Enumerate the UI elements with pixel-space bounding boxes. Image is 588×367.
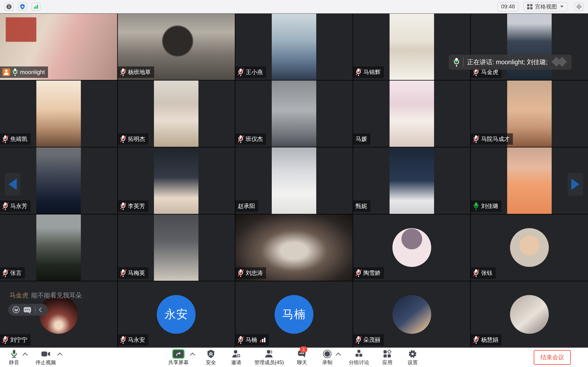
video-tile[interactable]: 马锦辉 — [353, 14, 470, 80]
settings-button[interactable]: 设置 — [406, 349, 420, 366]
camera-icon — [41, 349, 51, 359]
participant-name: 马锦辉 — [363, 68, 380, 76]
view-mode-dropdown[interactable]: 宫格视图 — [523, 2, 567, 11]
mic-icon — [2, 135, 8, 143]
video-tile[interactable]: 杨班地草 — [118, 14, 235, 80]
video-tile[interactable]: 班仪杰 — [235, 81, 353, 147]
breakout-rooms-button[interactable]: 分组讨论 — [349, 349, 369, 366]
settings-label: 设置 — [407, 359, 418, 366]
view-mode-label: 宫格视图 — [535, 3, 557, 10]
video-tile[interactable]: 马金虎 — [471, 14, 588, 80]
video-tile[interactable]: 朵茂丽 — [353, 281, 470, 348]
participant-video — [507, 81, 552, 147]
next-page-button[interactable] — [568, 173, 583, 196]
mic-icon — [9, 349, 19, 359]
chat-button[interactable]: 1 聊天 — [295, 349, 309, 366]
stop-video-button[interactable]: 停止视频 — [35, 349, 56, 366]
video-tile[interactable]: 永安 马永安 — [118, 281, 235, 348]
chat-sender: 马金虎 — [9, 292, 28, 299]
video-tile[interactable]: 张言 — [0, 215, 117, 281]
speaking-toast-text: 正在讲话: moonlight; 刘佳璐; — [467, 58, 548, 67]
mic-icon — [12, 68, 18, 76]
participant-video — [154, 81, 199, 147]
video-tile[interactable]: moonlight — [0, 14, 117, 80]
exit-fullscreen-button[interactable] — [575, 3, 584, 11]
network-quality-button[interactable] — [31, 3, 40, 11]
video-tile[interactable]: 杨慧娟 — [471, 281, 588, 348]
mic-icon — [473, 135, 479, 143]
mic-icon — [120, 336, 126, 344]
meeting-info-button[interactable] — [4, 3, 13, 11]
video-tile[interactable]: 赵承阳 — [235, 147, 353, 214]
video-tile[interactable]: 拓明杰 — [118, 81, 235, 147]
chevron-up-icon[interactable] — [22, 352, 27, 358]
speaking-toast: 正在讲话: moonlight; 刘佳璐; — [449, 55, 572, 70]
video-tile[interactable]: 李英芳 — [118, 147, 235, 214]
bottom-toolbar: 静音 停止视频 — [0, 348, 588, 367]
manage-members-button[interactable]: 管理成员(45) — [254, 349, 284, 366]
signal-icon — [260, 338, 265, 342]
meeting-time: 09:48 — [497, 2, 519, 11]
mic-icon — [2, 269, 8, 277]
participant-name: 李英芳 — [128, 202, 145, 210]
divider — [463, 58, 463, 67]
participant-name: 赵承阳 — [238, 202, 255, 210]
chevron-up-icon[interactable] — [57, 352, 62, 358]
gear-icon — [408, 349, 417, 359]
chat-bubble-button[interactable] — [24, 307, 31, 312]
video-tile[interactable]: 刘忠涛 — [235, 215, 353, 281]
share-screen-button[interactable]: 共享屏幕 — [168, 349, 189, 366]
video-tile[interactable]: 马院马成才 — [471, 81, 588, 147]
chevron-up-icon[interactable] — [336, 352, 341, 358]
record-label: 录制 — [322, 359, 332, 366]
video-tile[interactable]: 马媛 — [353, 81, 470, 147]
participant-name: 马院马成才 — [481, 135, 510, 143]
mic-icon — [356, 269, 361, 277]
participant-video — [389, 14, 434, 80]
participant-name: 甄妮 — [356, 202, 367, 210]
record-button[interactable]: 录制 — [320, 349, 334, 366]
invite-button[interactable]: 邀请 — [229, 349, 243, 366]
chat-label: 聊天 — [297, 359, 307, 366]
security-shield-icon — [207, 349, 215, 359]
participant-video — [36, 81, 81, 147]
participant-name: 刘佳璐 — [481, 202, 498, 210]
video-tile[interactable]: 王小燕 — [235, 14, 353, 80]
participant-name: 焦靖凯 — [10, 135, 27, 143]
participant-name: 马永芳 — [10, 202, 27, 210]
chevron-up-icon[interactable] — [190, 352, 195, 358]
emoji-reaction-button[interactable] — [13, 306, 20, 313]
end-meeting-button[interactable]: 结束会议 — [534, 350, 571, 365]
record-icon — [323, 349, 332, 359]
encryption-shield-button[interactable] — [18, 3, 27, 11]
top-bar: 09:48 宫格视图 — [0, 0, 588, 13]
breakout-label: 分组讨论 — [349, 359, 369, 366]
manage-members-label: 管理成员(45) — [254, 359, 284, 366]
chat-text: 能不能看见我耳朵 — [31, 292, 82, 299]
participant-video — [36, 147, 81, 214]
apps-button[interactable]: 应用 — [380, 349, 394, 366]
video-tile[interactable]: 焦靖凯 — [0, 81, 117, 147]
previous-page-button[interactable] — [5, 173, 20, 196]
security-button[interactable]: 安全 — [204, 349, 218, 366]
mic-icon — [238, 336, 243, 344]
breakout-icon — [354, 349, 364, 359]
mic-icon — [473, 336, 479, 344]
members-icon — [264, 349, 274, 359]
participant-video — [154, 215, 199, 281]
video-tile[interactable]: 陶雪娇 — [353, 215, 470, 281]
collapse-chevron-icon[interactable] — [39, 307, 44, 312]
video-tile[interactable]: 张钰 — [471, 215, 588, 281]
watermark-logo — [553, 57, 567, 68]
participant-video — [36, 215, 81, 281]
host-badge-icon — [2, 68, 10, 76]
participant-avatar: 永安 — [157, 295, 196, 334]
mute-label: 静音 — [9, 359, 19, 366]
mic-icon — [120, 202, 126, 210]
video-tile[interactable]: 甄妮 — [353, 147, 470, 214]
mute-button[interactable]: 静音 — [7, 349, 21, 366]
participant-name: 张钰 — [481, 269, 493, 277]
video-tile[interactable]: 马梅英 — [118, 215, 235, 281]
video-tile[interactable]: 马楠 马楠 — [235, 281, 353, 348]
participant-name: 王小燕 — [246, 68, 263, 76]
